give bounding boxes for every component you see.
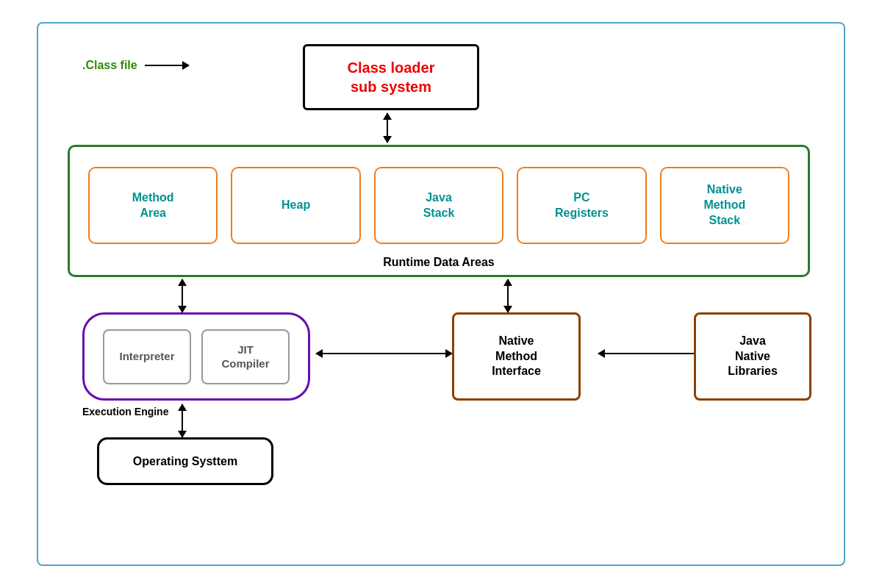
jnl-box: Java Native Libraries [694, 312, 811, 401]
mem-label-java-stack: Java Stack [423, 190, 455, 221]
mem-label-native-method-stack: Native Method Stack [703, 182, 745, 228]
mem-box-pc-registers: PC Registers [517, 167, 646, 244]
runtime-box: Method Area Heap Java Stack PC Registers… [68, 145, 810, 277]
classloader-box: Class loader sub system [303, 44, 479, 110]
os-label: Operating Systtem [133, 455, 237, 468]
classloader-label: Class loader sub system [348, 58, 435, 96]
mem-box-method-area: Method Area [88, 167, 218, 244]
arrow-classloader-runtime [387, 113, 388, 143]
jnl-label: Java Native Libraries [728, 334, 778, 379]
classfile-label: .Class file [82, 59, 137, 72]
arrow-runtime-nmi [507, 279, 509, 312]
runtime-label: Runtime Data Areas [70, 256, 808, 269]
exec-engine-label: Execution Engine [82, 406, 168, 417]
os-box: Operating Systtem [97, 437, 273, 485]
main-diagram: .Class file Class loader sub system Meth… [37, 22, 845, 566]
classfile-arrow [145, 65, 189, 66]
arrow-jnl-nmi [598, 353, 694, 354]
jit-label: JIT Compiler [221, 343, 269, 371]
arrow-execengine-os [182, 404, 183, 437]
exec-engine-box: Interpreter JIT Compiler [82, 312, 310, 401]
mem-label-heap: Heap [282, 198, 310, 213]
mem-label-method-area: Method Area [132, 190, 174, 221]
jit-box: JIT Compiler [201, 329, 290, 384]
classfile-row: .Class file [82, 59, 189, 72]
nmi-label: Native Method Interface [492, 334, 541, 379]
mem-box-heap: Heap [231, 167, 360, 244]
mem-box-native-method-stack: Native Method Stack [660, 167, 789, 244]
mem-box-java-stack: Java Stack [374, 167, 503, 244]
interpreter-label: Interpreter [119, 349, 174, 364]
mem-label-pc-registers: PC Registers [555, 190, 609, 221]
interpreter-box: Interpreter [103, 329, 191, 384]
arrow-execengine-nmi [316, 353, 452, 354]
arrow-runtime-execengine [182, 279, 183, 312]
nmi-box: Native Method Interface [452, 312, 581, 401]
